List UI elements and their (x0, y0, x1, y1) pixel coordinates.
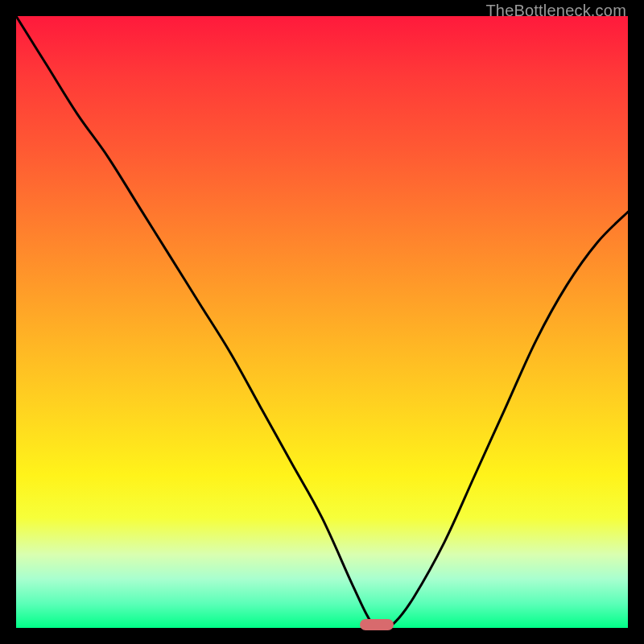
optimum-marker (360, 619, 394, 630)
chart-frame: TheBottleneck.com (0, 0, 644, 644)
bottleneck-curve (16, 16, 628, 628)
watermark-text: TheBottleneck.com (485, 2, 626, 20)
plot-area (16, 16, 628, 628)
